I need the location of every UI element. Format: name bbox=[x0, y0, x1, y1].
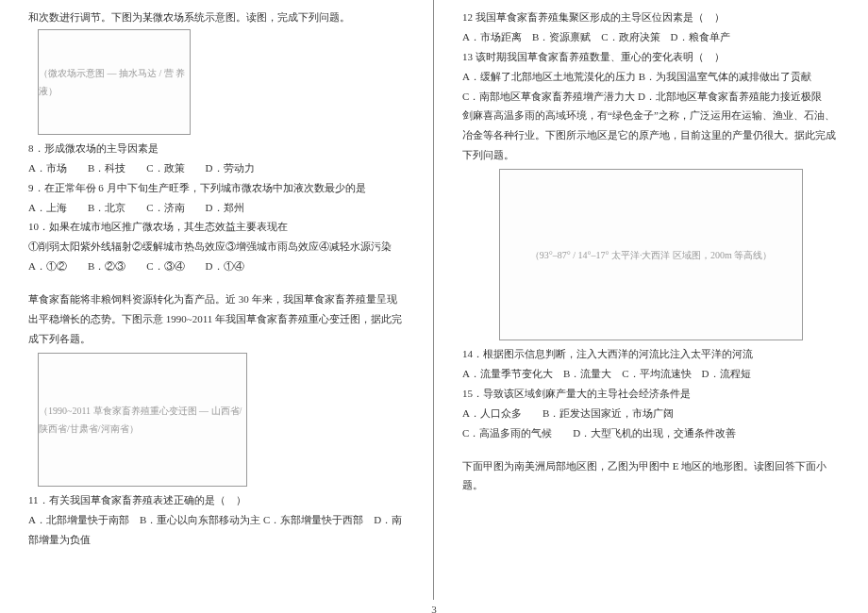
figure-sisal-region-map: （93°–87° / 14°–17° 太平洋·大西洋 区域图，200m 等高线） bbox=[499, 169, 803, 340]
page-number: 3 bbox=[0, 600, 868, 613]
q15-options-cd: C．高温多雨的气候 D．大型飞机的出现，交通条件改善 bbox=[462, 423, 840, 443]
q12-stem: 12 我国草食家畜养殖集聚区形成的主导区位因素是（ ） bbox=[462, 8, 840, 27]
q7-intro-continued: 和次数进行调节。下图为某微农场系统示意图。读图，完成下列问题。 bbox=[28, 8, 405, 27]
figure-livestock-centroid: （1990~2011 草食家畜养殖重心变迁图 — 山西省/陕西省/甘肃省/河南省… bbox=[38, 353, 247, 487]
q15-options-ab: A．人口众多 B．距发达国家近，市场广阔 bbox=[462, 404, 840, 423]
q11-stem: 11．有关我国草食家畜养殖表述正确的是（ ） bbox=[28, 490, 405, 510]
q14-stem: 14．根据图示信息判断，注入大西洋的河流比注入太平洋的河流 bbox=[462, 344, 840, 364]
livestock-intro: 草食家畜能将非粮饲料资源转化为畜产品。近 30 年来，我国草食家畜养殖量呈现出平… bbox=[28, 290, 405, 349]
q11-options: A．北部增量快于南部 B．重心以向东部移动为主 C．东部增量快于西部 D．南部增… bbox=[28, 510, 405, 550]
q13-stem: 13 该时期我国草食家畜养殖数量、重心的变化表明（ ） bbox=[462, 47, 840, 67]
q10-options: A．①② B．②③ C．③④ D．①④ bbox=[28, 257, 405, 276]
left-column: 和次数进行调节。下图为某微农场系统示意图。读图，完成下列问题。 （微农场示意图 … bbox=[0, 0, 434, 600]
q10-stem: 10．如果在城市地区推广微农场，其生态效益主要表现在 bbox=[28, 217, 405, 237]
sisal-intro: 剑麻喜高温多雨的高域环境，有“绿色金子”之称，广泛运用在运输、渔业、石油、冶金等… bbox=[462, 106, 840, 165]
q8-options: A．市场 B．科技 C．政策 D．劳动力 bbox=[28, 158, 405, 178]
q8-stem: 8．形成微农场的主导因素是 bbox=[28, 139, 405, 158]
right-column: 12 我国草食家畜养殖集聚区形成的主导区位因素是（ ） A．市场距离 B．资源禀… bbox=[434, 0, 868, 600]
q15-stem: 15．导致该区域剑麻产量大的主导社会经济条件是 bbox=[462, 384, 840, 404]
q12-options: A．市场距离 B．资源禀赋 C．政府决策 D．粮食单产 bbox=[462, 27, 840, 47]
q9-options: A．上海 B．北京 C．济南 D．郑州 bbox=[28, 198, 405, 218]
south-america-intro: 下面甲图为南美洲局部地区图，乙图为甲图中 E 地区的地形图。读图回答下面小题。 bbox=[462, 456, 840, 496]
q9-stem: 9．在正常年份 6 月中下旬生产旺季，下列城市微农场中加液次数最少的是 bbox=[28, 178, 405, 198]
q14-options: A．流量季节变化大 B．流量大 C．平均流速快 D．流程短 bbox=[462, 364, 840, 384]
q13-options-cd: C．南部地区草食家畜养殖增产潜力大 D．北部地区草食家畜养殖能力接近极限 bbox=[462, 87, 840, 107]
q10-substems: ①削弱太阳紫外线辐射②缓解城市热岛效应③增强城市雨岛效应④减轻水源污染 bbox=[28, 237, 405, 257]
q13-options-ab: A．缓解了北部地区土地荒漠化的压力 B．为我国温室气体的减排做出了贡献 bbox=[462, 67, 840, 87]
figure-micro-farm: （微农场示意图 — 抽水马达 / 营 养 液） bbox=[38, 29, 191, 135]
